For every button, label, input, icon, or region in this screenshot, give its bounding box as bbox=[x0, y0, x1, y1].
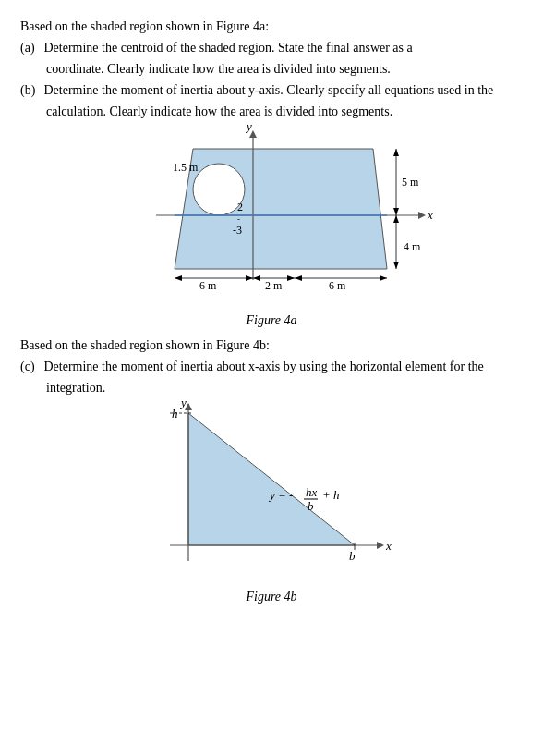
x-axis-4b-arrow bbox=[377, 542, 384, 549]
part-b-label: (b) bbox=[20, 80, 41, 100]
intro-fig4b: Based on the shaded region shown in Figu… bbox=[20, 335, 523, 355]
dim-6m-left-arrow-l bbox=[175, 275, 182, 281]
part-c-text1: Determine the moment of inertia about x-… bbox=[44, 357, 523, 376]
dim-neg3-label: -3 bbox=[233, 224, 242, 237]
b-denom: b bbox=[308, 499, 314, 513]
fig4a-label: Figure 4a bbox=[246, 313, 296, 328]
fig4b-label: Figure 4b bbox=[246, 590, 296, 604]
equation-y: y = - bbox=[268, 488, 293, 502]
dim-2m-label: 2 m bbox=[265, 279, 283, 292]
part-b-row: (b) Determine the moment of inertia abou… bbox=[20, 80, 523, 100]
page-body: Based on the shaded region shown in Figu… bbox=[20, 17, 523, 604]
figure-4a-svg: 1.5 m 2 - -3 5 m 4 m bbox=[101, 123, 442, 308]
x-axis-label: x bbox=[427, 208, 433, 222]
figure-4b-svg: y x h b y = - hx + h b bbox=[133, 399, 410, 584]
dim-4m-arrow-top bbox=[393, 215, 399, 223]
part-a-row: (a) Determine the centroid of the shaded… bbox=[20, 38, 523, 57]
dim-6m-right-arrow-r bbox=[380, 275, 387, 281]
dim-2m-arrow-l bbox=[253, 275, 260, 281]
dim-6m-right-label: 6 m bbox=[329, 279, 346, 292]
part-a-text1: Determine the centroid of the shaded reg… bbox=[44, 38, 523, 57]
triangle-shape bbox=[188, 413, 355, 545]
dim-4m-arrow-bot bbox=[393, 262, 399, 269]
dim-6m-left-arrow-r bbox=[246, 275, 253, 281]
part-a-label: (a) bbox=[20, 38, 41, 57]
dim-1-5m-label: 1.5 m bbox=[173, 161, 199, 174]
equation-hx: hx bbox=[306, 485, 318, 499]
dim-2-dash: - bbox=[237, 214, 240, 224]
figure-4a-diagram: 1.5 m 2 - -3 5 m 4 m bbox=[101, 123, 442, 308]
dim-6m-left-label: 6 m bbox=[199, 279, 217, 292]
dim-4m-label: 4 m bbox=[404, 240, 421, 253]
figure-4a-section: 1.5 m 2 - -3 5 m 4 m bbox=[20, 123, 523, 328]
dim-2-label: 2 bbox=[237, 201, 243, 213]
dim-5m-label: 5 m bbox=[402, 176, 419, 189]
part-b-text1: Determine the moment of inertia about y-… bbox=[44, 80, 523, 100]
equation-plus-h: + h bbox=[322, 488, 340, 502]
dim-6m-right-arrow-l bbox=[295, 275, 302, 281]
figure-4b-diagram: y x h b y = - hx + h b bbox=[133, 399, 410, 584]
figure-4b-section: y x h b y = - hx + h b bbox=[20, 399, 523, 604]
part-b-text2: calculation. Clearly indicate how the ar… bbox=[46, 102, 523, 121]
part-c-label: (c) bbox=[20, 357, 41, 376]
y-axis-4b-label: y bbox=[179, 399, 187, 409]
dim-5m-arrow-top bbox=[393, 149, 399, 156]
b-label: b bbox=[349, 549, 356, 563]
dim-5m-arrow-bot bbox=[393, 208, 399, 215]
part-a-text2: coordinate. Clearly indicate how the are… bbox=[46, 59, 523, 79]
y-axis-label: y bbox=[245, 123, 252, 133]
intro-fig4a: Based on the shaded region shown in Figu… bbox=[20, 17, 523, 36]
part-c-text2: integration. bbox=[46, 378, 523, 397]
h-label: h bbox=[172, 407, 178, 421]
x-axis-4b-label: x bbox=[385, 539, 392, 553]
part-c-row: (c) Determine the moment of inertia abou… bbox=[20, 357, 523, 376]
x-axis-arrow bbox=[418, 212, 426, 219]
dim-2m-arrow-r bbox=[287, 275, 295, 281]
